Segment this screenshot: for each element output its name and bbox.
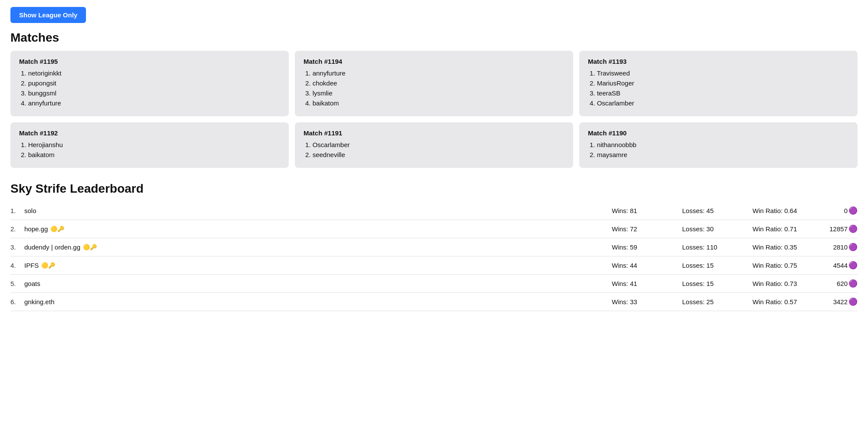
leaderboard-row[interactable]: 4.IPFS🟡🔑Wins: 44Losses: 15Win Ratio: 0.7… [10,256,858,275]
match-title: Match #1191 [304,129,564,137]
lb-win-ratio: Win Ratio: 0.75 [752,262,809,269]
match-player: 3. lysmlie [304,89,564,97]
match-card[interactable]: Match #11931. Travisweed2. MariusRoger3.… [579,51,858,116]
lb-badge-icon: 🟡🔑 [50,226,64,232]
match-player: 2. seedneville [304,151,564,158]
match-player: 1. Oscarlamber [304,141,564,148]
lb-rank: 1. [10,207,24,214]
match-title: Match #1193 [588,58,849,65]
lb-rank: 4. [10,262,24,269]
lb-coin-icon: 🟣 [848,243,858,252]
lb-wins: Wins: 41 [612,280,668,287]
leaderboard-title: Sky Strife Leaderboard [10,182,858,196]
lb-player-name: goats [24,280,612,287]
match-player: 2. MariusRoger [588,79,849,87]
lb-stats: Wins: 81Losses: 45Win Ratio: 0.640🟣 [612,206,858,215]
lb-stats: Wins: 33Losses: 25Win Ratio: 0.573422🟣 [612,297,858,306]
lb-coin-icon: 🟣 [848,261,858,270]
lb-wins: Wins: 81 [612,207,668,214]
lb-stats: Wins: 59Losses: 110Win Ratio: 0.352810🟣 [612,243,858,252]
match-card[interactable]: Match #11941. annyfurture2. chokdee3. ly… [295,51,573,116]
leaderboard-section: Sky Strife Leaderboard 1.soloWins: 81Los… [10,182,858,311]
match-player: 3. teeraSB [588,89,849,97]
lb-losses: Losses: 110 [682,243,739,251]
lb-points: 620🟣 [823,279,858,288]
leaderboard-row[interactable]: 3.dudendy | orden.gg🟡🔑Wins: 59Losses: 11… [10,238,858,256]
lb-stats: Wins: 72Losses: 30Win Ratio: 0.7112857🟣 [612,224,858,233]
match-card[interactable]: Match #11951. netoriginkkt2. pupongsit3.… [10,51,289,116]
lb-win-ratio: Win Ratio: 0.71 [752,225,809,233]
leaderboard-row[interactable]: 1.soloWins: 81Losses: 45Win Ratio: 0.640… [10,202,858,220]
lb-coin-icon: 🟣 [848,224,858,233]
lb-losses: Losses: 30 [682,225,739,233]
lb-win-ratio: Win Ratio: 0.73 [752,280,809,287]
match-player: 2. maysamre [588,151,849,158]
lb-player-name: gnking.eth [24,298,612,305]
match-player: 4. Oscarlamber [588,99,849,107]
lb-coin-icon: 🟣 [848,297,858,306]
match-card[interactable]: Match #11921. Herojianshu2. baikatom [10,122,289,168]
lb-coin-icon: 🟣 [848,279,858,288]
lb-badge-icon: 🟡🔑 [41,262,55,269]
match-player: 3. bunggsml [19,89,280,97]
lb-losses: Losses: 15 [682,262,739,269]
match-player: 1. Herojianshu [19,141,280,148]
lb-losses: Losses: 15 [682,280,739,287]
lb-rank: 3. [10,243,24,251]
lb-points: 4544🟣 [823,261,858,270]
lb-rank: 6. [10,298,24,305]
lb-coin-icon: 🟣 [848,206,858,215]
lb-stats: Wins: 41Losses: 15Win Ratio: 0.73620🟣 [612,279,858,288]
match-player: 4. annyfurture [19,99,280,107]
match-player: 2. chokdee [304,79,564,87]
lb-losses: Losses: 25 [682,298,739,305]
lb-points: 3422🟣 [823,297,858,306]
match-player: 2. pupongsit [19,79,280,87]
lb-badge-icon: 🟡🔑 [83,244,97,250]
leaderboard-row[interactable]: 6.gnking.ethWins: 33Losses: 25Win Ratio:… [10,293,858,311]
match-title: Match #1192 [19,129,280,137]
lb-player-name: solo [24,207,612,214]
match-player: 1. annyfurture [304,69,564,77]
lb-wins: Wins: 59 [612,243,668,251]
leaderboard-list: 1.soloWins: 81Losses: 45Win Ratio: 0.640… [10,202,858,311]
lb-player-name: IPFS🟡🔑 [24,262,612,269]
leaderboard-row[interactable]: 2.hope.gg🟡🔑Wins: 72Losses: 30Win Ratio: … [10,220,858,238]
match-player: 1. Travisweed [588,69,849,77]
match-title: Match #1195 [19,58,280,65]
lb-stats: Wins: 44Losses: 15Win Ratio: 0.754544🟣 [612,261,858,270]
lb-points: 0🟣 [823,206,858,215]
match-card[interactable]: Match #11911. Oscarlamber2. seedneville [295,122,573,168]
match-player: 1. nithannoobbb [588,141,849,148]
match-player: 4. baikatom [304,99,564,107]
match-player: 1. netoriginkkt [19,69,280,77]
matches-grid: Match #11951. netoriginkkt2. pupongsit3.… [10,51,858,168]
match-player: 2. baikatom [19,151,280,158]
lb-losses: Losses: 45 [682,207,739,214]
lb-win-ratio: Win Ratio: 0.64 [752,207,809,214]
lb-rank: 2. [10,225,24,233]
lb-player-name: dudendy | orden.gg🟡🔑 [24,243,612,251]
lb-points: 2810🟣 [823,243,858,252]
lb-rank: 5. [10,280,24,287]
match-title: Match #1194 [304,58,564,65]
leaderboard-row[interactable]: 5.goatsWins: 41Losses: 15Win Ratio: 0.73… [10,275,858,293]
match-card[interactable]: Match #11901. nithannoobbb2. maysamre [579,122,858,168]
lb-win-ratio: Win Ratio: 0.57 [752,298,809,305]
lb-player-name: hope.gg🟡🔑 [24,225,612,233]
lb-points: 12857🟣 [823,224,858,233]
lb-wins: Wins: 44 [612,262,668,269]
lb-win-ratio: Win Ratio: 0.35 [752,243,809,251]
lb-wins: Wins: 33 [612,298,668,305]
matches-title: Matches [10,31,858,45]
match-title: Match #1190 [588,129,849,137]
lb-wins: Wins: 72 [612,225,668,233]
show-league-only-button[interactable]: Show League Only [10,7,86,23]
